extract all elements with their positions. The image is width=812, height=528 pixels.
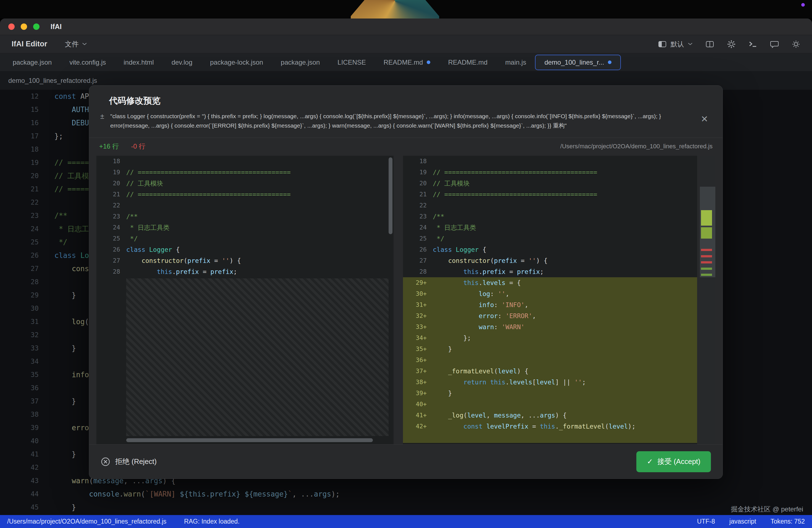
code-line: 19// ===================================… (403, 167, 697, 178)
status-token-count: Tokens: 752 (771, 518, 805, 525)
tab-label: package-lock.json (210, 59, 263, 66)
code-line: 23/** (97, 211, 394, 222)
tab-label: dev.log (172, 59, 192, 66)
layout-selector[interactable]: 默认 (658, 40, 693, 48)
line-number: 25 (403, 233, 427, 244)
menu-file[interactable]: 文件 (65, 40, 87, 48)
code-line: 40+ (403, 399, 697, 410)
line-number: 32+ (403, 310, 427, 321)
tab-label: README.md (448, 59, 488, 66)
line-number: 36+ (403, 355, 427, 366)
code-line (403, 432, 697, 443)
code-line: 41+ _log(level, message, ...args) { (403, 410, 697, 421)
split-editor-icon[interactable] (706, 40, 714, 48)
tab-readme.md[interactable]: README.md (439, 53, 496, 71)
diff-original-pane[interactable]: 1819// =================================… (97, 156, 394, 444)
line-number: 22 (403, 200, 427, 211)
status-language[interactable]: javascript (729, 518, 756, 525)
status-file-path: /Users/mac/project/O2OA/demo_100_lines_r… (7, 518, 166, 525)
line-number: 39+ (403, 388, 427, 399)
horizontal-scrollbar[interactable] (126, 438, 373, 442)
line-number: 19 (403, 167, 427, 178)
tab-demo_100_lines_r...[interactable]: demo_100_lines_r... (535, 55, 621, 70)
reject-button[interactable]: 拒绝 (Reject) (101, 457, 157, 466)
modal-title: 代码修改预览 (109, 95, 681, 107)
tab-package.json[interactable]: package.json (4, 53, 60, 71)
status-bar: /Users/mac/project/O2OA/demo_100_lines_r… (0, 515, 812, 528)
code-line: 18 (97, 156, 394, 167)
code-line: 28 this.prefix = prefix; (403, 266, 697, 277)
tab-package.json[interactable]: package.json (272, 53, 329, 71)
code-line: 34+ }; (403, 333, 697, 343)
code-line: 19// ===================================… (97, 167, 394, 178)
tab-package-lock.json[interactable]: package-lock.json (201, 53, 272, 71)
close-window-button[interactable] (8, 24, 15, 30)
line-number: 22 (97, 200, 120, 211)
desktop-wallpaper-pyramid (351, 0, 439, 18)
window-titlebar: IfAI (0, 18, 812, 35)
change-description: "class Logger { constructor(prefix = '')… (110, 112, 681, 130)
original-code-lines: 1819// =================================… (97, 156, 394, 277)
tab-label: index.html (124, 59, 154, 66)
diff-view: 1819// =================================… (89, 155, 723, 444)
line-number: 33+ (403, 321, 427, 333)
code-line: 21// ===================================… (97, 189, 394, 200)
minimize-window-button[interactable] (21, 24, 27, 30)
status-encoding[interactable]: UTF-8 (697, 518, 715, 525)
code-line: 30+ log: '', (403, 288, 697, 299)
code-line: 25 */ (97, 233, 394, 244)
zoom-window-button[interactable] (33, 24, 40, 30)
tab-index.html[interactable]: index.html (115, 53, 163, 71)
terminal-icon[interactable] (749, 40, 757, 48)
line-number: 19 (97, 167, 120, 178)
diff-stats-row: +16 行 -0 行 /Users/mac/project/O2OA/demo_… (89, 137, 723, 155)
modified-dot-icon (608, 60, 611, 64)
line-number: 28 (97, 266, 120, 277)
settings-gear-icon[interactable] (727, 40, 736, 48)
line-number: 31+ (403, 299, 427, 310)
chat-icon[interactable] (770, 40, 779, 48)
theme-toggle-icon[interactable] (792, 40, 800, 48)
modal-header: 代码修改预览 ± "class Logger { constructor(pre… (89, 86, 723, 137)
minimap-removed-mark (701, 255, 712, 258)
tab-main.js[interactable]: main.js (496, 53, 535, 71)
line-number: 24 (403, 222, 427, 233)
tab-bar: package.jsonvite.config.jsindex.htmldev.… (0, 53, 812, 72)
code-line: 26class Logger { (97, 244, 394, 255)
vertical-scrollbar[interactable] (389, 157, 392, 234)
modal-footer: 拒绝 (Reject) ✓ 接受 (Accept) (89, 444, 723, 479)
code-line: 32+ error: 'ERROR', (403, 310, 697, 321)
line-number: 38+ (403, 377, 427, 388)
line-number: 18 (97, 156, 120, 167)
tab-dev.log[interactable]: dev.log (163, 53, 201, 71)
code-line: 25 */ (403, 233, 697, 244)
diff-modified-pane[interactable]: 1819// =================================… (403, 156, 697, 444)
line-number: 26 (97, 244, 120, 255)
tab-vite.config.js[interactable]: vite.config.js (60, 53, 115, 71)
minimap-added-mark (701, 227, 712, 239)
code-line: 20// 工具模块 (97, 178, 394, 189)
line-number: 41+ (403, 410, 427, 421)
close-icon[interactable]: ✕ (701, 114, 708, 124)
line-number: 18 (403, 156, 427, 167)
status-rag-indicator: RAG: Index loaded. (184, 518, 240, 525)
diff-empty-region (126, 278, 389, 436)
watermark: 掘金技术社区 @ peterfei (731, 505, 803, 514)
lines-removed-count: -0 行 (131, 142, 145, 151)
tab-readme.md[interactable]: README.md (375, 53, 439, 71)
minimap-added-mark (701, 268, 712, 270)
diff-preview-modal: 代码修改预览 ± "class Logger { constructor(pre… (89, 85, 723, 479)
accept-button[interactable]: ✓ 接受 (Accept) (636, 451, 711, 472)
menu-bar: IfAI Editor 文件 默认 (0, 35, 812, 53)
reject-circle-x-icon (101, 457, 110, 466)
app-name: IfAI Editor (12, 40, 47, 48)
layout-label: 默认 (671, 40, 684, 48)
diff-minimap[interactable] (700, 156, 715, 444)
line-number: 24 (97, 222, 120, 233)
code-line: 29+ this.levels = { (403, 277, 697, 288)
code-line: 38+ return this.levels[level] || ''; (403, 377, 697, 388)
tab-license[interactable]: LICENSE (329, 53, 375, 71)
line-number: 26 (403, 244, 427, 255)
line-number: 25 (97, 233, 120, 244)
line-number: 27 (403, 255, 427, 266)
